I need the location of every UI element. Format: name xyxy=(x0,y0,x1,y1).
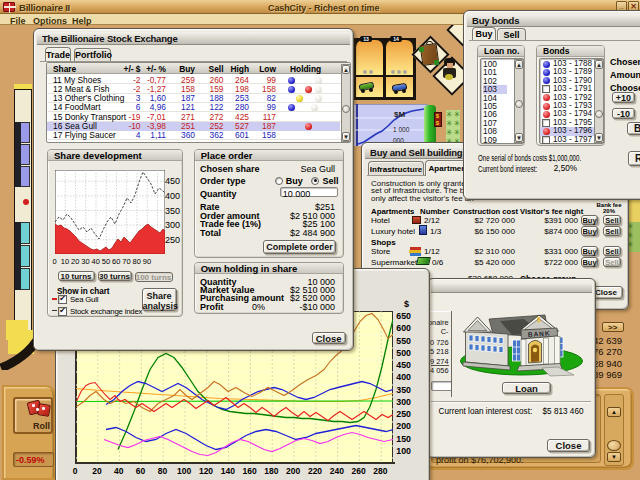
svg-text:$: $ xyxy=(537,316,541,324)
